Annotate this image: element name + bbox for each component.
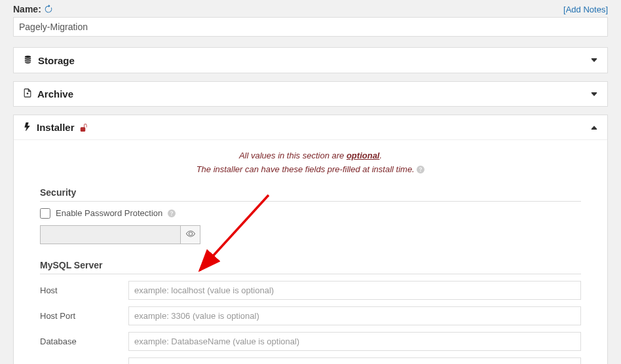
password-input[interactable] — [40, 225, 181, 244]
password-protection-row: Enable Password Protection — [40, 208, 581, 219]
help-icon[interactable] — [168, 209, 176, 217]
installer-panel-title: Installer — [23, 122, 88, 133]
host-port-input[interactable] — [128, 306, 581, 325]
installer-title-text: Installer — [37, 122, 75, 133]
user-label: User — [40, 362, 128, 364]
storage-title-text: Storage — [38, 55, 75, 66]
enable-password-label: Enable Password Protection — [56, 208, 162, 218]
eye-icon — [186, 229, 195, 240]
chevron-down-icon — [590, 56, 598, 64]
add-notes-link[interactable]: [Add Notes] — [563, 5, 608, 14]
name-input[interactable] — [13, 17, 608, 37]
storage-panel: Storage — [13, 47, 608, 73]
chevron-up-icon — [590, 124, 598, 132]
bolt-icon — [23, 122, 31, 133]
archive-panel: Archive — [13, 81, 608, 107]
password-visibility-toggle[interactable] — [181, 225, 200, 244]
archive-title-text: Archive — [37, 88, 73, 100]
security-heading: Security — [40, 187, 581, 202]
help-icon[interactable] — [417, 166, 424, 173]
storage-panel-header[interactable]: Storage — [14, 48, 607, 73]
installer-panel: Installer All values in this section are… — [13, 115, 608, 364]
database-label: Database — [40, 337, 128, 346]
password-input-row — [40, 225, 581, 244]
name-header: Name: [Add Notes] — [13, 0, 608, 17]
chevron-down-icon — [590, 90, 598, 98]
host-label: Host — [40, 285, 128, 295]
host-input[interactable] — [128, 281, 581, 300]
database-icon — [23, 54, 33, 66]
archive-icon — [23, 88, 32, 100]
host-port-row: Host Port — [40, 306, 581, 325]
database-input[interactable] — [128, 332, 581, 351]
enable-password-checkbox[interactable] — [40, 208, 50, 219]
reset-icon[interactable] — [44, 5, 53, 14]
unlock-icon — [80, 124, 88, 132]
user-row: User — [40, 357, 581, 364]
installer-panel-header[interactable]: Installer — [14, 115, 607, 139]
archive-panel-title: Archive — [23, 88, 73, 100]
archive-panel-header[interactable]: Archive — [14, 82, 607, 106]
mysql-heading: MySQL Server — [40, 260, 581, 274]
user-input[interactable] — [128, 357, 581, 364]
database-row: Database — [40, 332, 581, 351]
installer-notice: All values in this section are optional.… — [14, 149, 607, 177]
name-label: Name: — [13, 4, 53, 14]
storage-panel-title: Storage — [23, 54, 75, 66]
name-label-text: Name: — [13, 4, 41, 14]
installer-panel-body: All values in this section are optional.… — [14, 139, 607, 364]
host-row: Host — [40, 281, 581, 300]
host-port-label: Host Port — [40, 311, 128, 321]
